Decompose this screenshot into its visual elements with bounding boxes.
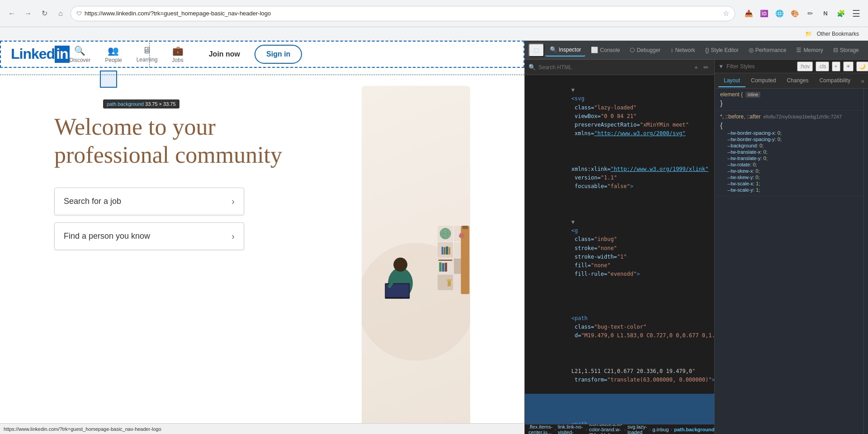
discover-icon: 🔍 <box>74 45 85 56</box>
home-button[interactable]: ⌂ <box>54 7 67 20</box>
computed-sub-tab[interactable]: Computed <box>745 75 781 87</box>
inspector-tab-icon: 🔍 <box>550 46 557 53</box>
globe-icon[interactable]: 🌐 <box>773 7 786 20</box>
svg-rect-24 <box>446 246 448 255</box>
devtools-body: 🔍 + ✏ <svg class="lazy-loaded" viewBox="… <box>525 60 868 434</box>
tab-accessibility[interactable]: ♿ Accessibility <box>864 44 868 56</box>
layout-right-content[interactable]: ▼ Flexbox Select a Flex container or ite… <box>864 89 868 434</box>
console-tab-icon: ⬜ <box>591 47 598 53</box>
address-bar[interactable]: 🛡 https://www.linkedin.com/?trk=guest_ho… <box>71 6 735 21</box>
linkedin-nav: Linkedin path.background 33.75 × 33.75 🔍… <box>0 41 524 68</box>
breadcrumb-item-2[interactable]: a.nav_logo-link.link-no-visited-state.z.… <box>558 424 584 434</box>
add-node-button[interactable]: + <box>693 63 700 72</box>
svg-rect-30 <box>442 263 444 272</box>
css-open-brace: { <box>720 122 858 130</box>
svg-point-15 <box>393 258 407 272</box>
refresh-button[interactable]: ↻ <box>38 7 51 20</box>
menu-button[interactable]: ☰ <box>850 7 863 20</box>
nav-discover[interactable]: 🔍 Discover <box>70 45 91 63</box>
devtools-inspect-button[interactable]: ⬚ <box>528 43 544 57</box>
css-props-panel[interactable]: element { inline } *, ::before, ::after … <box>715 89 864 434</box>
breadcrumb-item-1[interactable]: .flex.items-center.ju... <box>528 424 552 434</box>
html-line-highlighted[interactable]: <path d="M82.479,0 L64.583,0 C63.727,0 C… <box>525 394 714 424</box>
html-content[interactable]: <svg class="lazy-loaded" viewBox="0 0 84… <box>525 75 714 424</box>
svg-point-19 <box>459 234 464 238</box>
html-panel-actions: + ✏ <box>693 63 711 72</box>
html-line[interactable]: <path class="bug-text-color" d="M19.479,… <box>525 288 714 349</box>
forward-button[interactable]: → <box>22 7 34 20</box>
nav-people[interactable]: 👥 People <box>105 45 122 63</box>
nav-jobs-label: Jobs <box>172 57 183 63</box>
light-mode-button[interactable]: ☀ <box>843 61 854 71</box>
triangle-icon[interactable] <box>571 219 575 225</box>
tooltip-selector: path.background <box>107 101 144 107</box>
html-line[interactable]: <g class="inbug" stroke="none" stroke-wi… <box>525 200 714 288</box>
nav-jobs[interactable]: 💼 Jobs <box>172 45 183 63</box>
devtools-toolbar: ⬚ 🔍 Inspector ⬜ Console ⬡ Debugger ↕ Net… <box>525 41 868 60</box>
breadcrumb-item-3[interactable]: icon.block.text-color-brand.w-[84px].h-[… <box>589 424 622 434</box>
html-search-icon: 🔍 <box>528 64 536 71</box>
storage-tab-label: Storage <box>840 47 859 53</box>
tab-network[interactable]: ↕ Network <box>666 44 700 56</box>
linkedin-logo[interactable]: Linkedin <box>11 46 70 62</box>
people-icon: 👥 <box>108 45 119 56</box>
html-breadcrumb: .flex.items-center.ju... › a.nav_logo-li… <box>525 424 714 434</box>
back-button[interactable]: ← <box>5 7 18 20</box>
html-search-input[interactable] <box>538 64 690 71</box>
html-line[interactable]: <svg class="lazy-loaded" viewBox="0 0 84… <box>525 77 714 147</box>
triangle-icon[interactable] <box>571 87 575 93</box>
styles-filter-bar: ▼ :hov .cls + ☀ 🌙 📷 <box>715 60 868 73</box>
profile-icon[interactable]: 🆔 <box>758 7 770 20</box>
add-rule-button[interactable]: + <box>832 61 840 71</box>
sign-in-button[interactable]: Sign in <box>255 45 302 64</box>
memory-tab-label: Memory <box>803 47 823 53</box>
changes-sub-tab[interactable]: Changes <box>781 75 814 87</box>
tab-debugger[interactable]: ⬡ Debugger <box>625 44 665 56</box>
find-person-box[interactable]: Find a person you know › <box>54 222 244 250</box>
hov-button[interactable]: :hov <box>797 61 813 71</box>
tab-performance[interactable]: ◎ Performance <box>744 44 791 56</box>
styles-content: element { inline } *, ::before, ::after … <box>715 89 868 434</box>
styles-filter-input[interactable] <box>726 63 794 70</box>
dark-mode-button[interactable]: 🌙 <box>856 61 868 71</box>
hero-right <box>362 86 470 434</box>
extension-icon[interactable]: 🧩 <box>835 7 847 20</box>
breadcrumb-item-4[interactable]: svg.lazy-loaded <box>627 424 647 434</box>
css-close-brace: } <box>720 99 858 108</box>
pen-icon[interactable]: ✏ <box>804 7 816 20</box>
learning-icon: 🖥 <box>142 45 151 56</box>
n-icon[interactable]: N <box>819 7 832 20</box>
html-panel: 🔍 + ✏ <svg class="lazy-loaded" viewBox="… <box>525 60 715 434</box>
layout-sub-tab[interactable]: Layout <box>718 75 745 87</box>
cls-button[interactable]: .cls <box>816 61 829 71</box>
html-line[interactable]: xmlns:xlink="http://www.w3.org/1999/xlin… <box>525 147 714 200</box>
tooltip-size: 33.75 × 33.75 <box>145 101 176 107</box>
tab-console[interactable]: ⬜ Console <box>586 44 624 56</box>
html-line[interactable]: L21,1.511 C21,0.677 20.336,0 19.479,0" t… <box>525 349 714 394</box>
breadcrumb-item-6[interactable]: path.background <box>674 427 714 432</box>
tab-style-editor[interactable]: {} Style Editor <box>701 44 743 56</box>
tab-storage[interactable]: ⊟ Storage <box>829 44 863 56</box>
pocket-icon[interactable]: 📥 <box>742 7 755 20</box>
css-element-block: element { inline } <box>715 89 863 111</box>
tab-memory[interactable]: ☰ Memory <box>792 44 827 56</box>
join-now-button[interactable]: Join now <box>198 46 251 63</box>
svg-rect-31 <box>445 263 447 272</box>
css-inline-badge: inline <box>745 92 760 98</box>
compatibility-sub-tab[interactable]: Compatibility <box>814 75 856 87</box>
lock-icon: 🛡 <box>76 10 82 17</box>
nav-learning[interactable]: 🖥 Learning <box>137 45 158 63</box>
styles-collapse-button[interactable]: » <box>861 77 864 85</box>
css-var-line: --tw-translate-y: 0; <box>720 155 858 161</box>
tab-inspector[interactable]: 🔍 Inspector <box>545 43 585 57</box>
css-universal-block: *, ::before, ::after efo8u72my0ckiep1beb… <box>715 111 863 196</box>
right-panel: ▼ :hov .cls + ☀ 🌙 📷 Layout Computed Chan… <box>715 60 868 434</box>
breadcrumb-item-5[interactable]: g.inbug <box>652 427 669 432</box>
css-universal-text: *, ::before, ::after <box>720 113 760 120</box>
color-icon[interactable]: 🎨 <box>788 7 801 20</box>
console-tab-label: Console <box>600 47 620 53</box>
other-bookmarks[interactable]: 📁 Other Bookmarks <box>802 29 863 39</box>
search-job-box[interactable]: Search for a job › <box>54 188 244 215</box>
css-var-line: --background: 0; <box>720 142 858 149</box>
pick-element-button[interactable]: ✏ <box>702 63 711 72</box>
